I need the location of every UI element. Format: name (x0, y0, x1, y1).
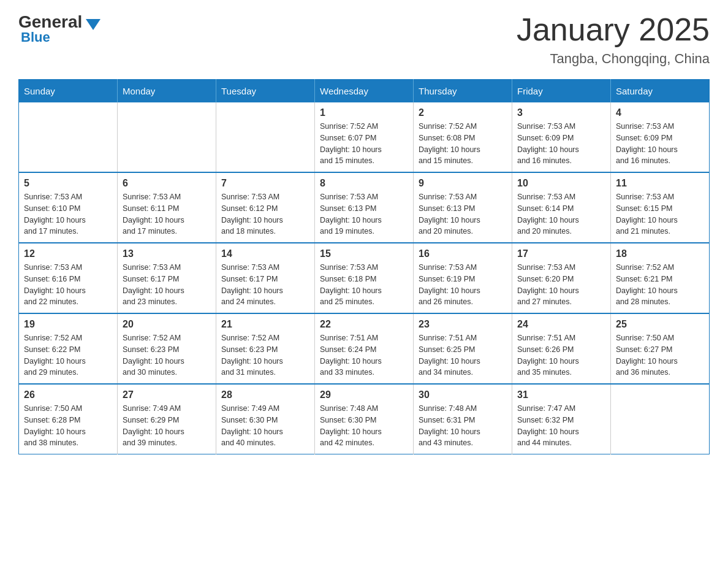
day-number: 5 (24, 178, 112, 189)
day-info: Sunrise: 7:51 AMSunset: 6:24 PMDaylight:… (320, 332, 408, 378)
calendar-day-cell: 6Sunrise: 7:53 AMSunset: 6:11 PMDaylight… (118, 172, 216, 243)
calendar-day-cell: 31Sunrise: 7:47 AMSunset: 6:32 PMDayligh… (512, 384, 611, 454)
calendar-day-cell: 3Sunrise: 7:53 AMSunset: 6:09 PMDaylight… (512, 102, 611, 172)
day-number: 24 (517, 319, 605, 330)
day-info: Sunrise: 7:53 AMSunset: 6:18 PMDaylight:… (320, 262, 408, 308)
calendar-day-cell: 16Sunrise: 7:53 AMSunset: 6:19 PMDayligh… (414, 243, 512, 313)
calendar-week-row: 5Sunrise: 7:53 AMSunset: 6:10 PMDaylight… (19, 172, 710, 243)
day-info: Sunrise: 7:53 AMSunset: 6:13 PMDaylight:… (419, 191, 507, 237)
day-info: Sunrise: 7:53 AMSunset: 6:17 PMDaylight:… (221, 262, 309, 308)
day-info: Sunrise: 7:53 AMSunset: 6:13 PMDaylight:… (320, 191, 408, 237)
day-info: Sunrise: 7:51 AMSunset: 6:25 PMDaylight:… (419, 332, 507, 378)
day-info: Sunrise: 7:49 AMSunset: 6:30 PMDaylight:… (221, 403, 309, 449)
calendar-header: SundayMondayTuesdayWednesdayThursdayFrid… (19, 80, 710, 103)
day-info: Sunrise: 7:53 AMSunset: 6:14 PMDaylight:… (517, 191, 605, 237)
day-info: Sunrise: 7:53 AMSunset: 6:11 PMDaylight:… (123, 191, 211, 237)
calendar-day-cell: 15Sunrise: 7:53 AMSunset: 6:18 PMDayligh… (315, 243, 414, 313)
day-info: Sunrise: 7:53 AMSunset: 6:10 PMDaylight:… (24, 191, 112, 237)
day-of-week-header: Sunday (19, 80, 118, 103)
day-of-week-header: Thursday (414, 80, 512, 103)
day-number: 31 (517, 389, 605, 400)
day-number: 15 (320, 248, 408, 259)
page-subtitle: Tangba, Chongqing, China (517, 51, 710, 67)
day-info: Sunrise: 7:53 AMSunset: 6:20 PMDaylight:… (517, 262, 605, 308)
day-info: Sunrise: 7:50 AMSunset: 6:27 PMDaylight:… (616, 332, 704, 378)
calendar-day-cell (118, 102, 216, 172)
calendar-day-cell (19, 102, 118, 172)
calendar-day-cell: 2Sunrise: 7:52 AMSunset: 6:08 PMDaylight… (414, 102, 512, 172)
day-number: 29 (320, 389, 408, 400)
calendar-day-cell: 8Sunrise: 7:53 AMSunset: 6:13 PMDaylight… (315, 172, 414, 243)
calendar-day-cell: 26Sunrise: 7:50 AMSunset: 6:28 PMDayligh… (19, 384, 118, 454)
calendar-day-cell: 10Sunrise: 7:53 AMSunset: 6:14 PMDayligh… (512, 172, 611, 243)
day-number: 7 (221, 178, 309, 189)
day-number: 16 (419, 248, 507, 259)
day-number: 28 (221, 389, 309, 400)
logo: General Blue (18, 12, 100, 45)
day-info: Sunrise: 7:53 AMSunset: 6:12 PMDaylight:… (221, 191, 309, 237)
day-info: Sunrise: 7:52 AMSunset: 6:21 PMDaylight:… (616, 262, 704, 308)
logo-blue-text: Blue (21, 29, 50, 45)
page-header: General Blue January 2025 Tangba, Chongq… (18, 12, 710, 67)
day-info: Sunrise: 7:48 AMSunset: 6:31 PMDaylight:… (419, 403, 507, 449)
calendar-week-row: 19Sunrise: 7:52 AMSunset: 6:22 PMDayligh… (19, 313, 710, 384)
day-number: 20 (123, 319, 211, 330)
day-info: Sunrise: 7:52 AMSunset: 6:22 PMDaylight:… (24, 332, 112, 378)
day-info: Sunrise: 7:52 AMSunset: 6:07 PMDaylight:… (320, 121, 408, 167)
calendar-day-cell: 1Sunrise: 7:52 AMSunset: 6:07 PMDaylight… (315, 102, 414, 172)
calendar-day-cell (611, 384, 710, 454)
day-number: 10 (517, 178, 605, 189)
day-info: Sunrise: 7:53 AMSunset: 6:17 PMDaylight:… (123, 262, 211, 308)
day-number: 27 (123, 389, 211, 400)
calendar-week-row: 1Sunrise: 7:52 AMSunset: 6:07 PMDaylight… (19, 102, 710, 172)
calendar-day-cell (216, 102, 315, 172)
logo-arrow-icon (86, 19, 100, 30)
day-number: 18 (616, 248, 704, 259)
day-number: 4 (616, 107, 704, 118)
day-number: 1 (320, 107, 408, 118)
calendar-day-cell: 20Sunrise: 7:52 AMSunset: 6:23 PMDayligh… (118, 313, 216, 384)
day-number: 25 (616, 319, 704, 330)
calendar-day-cell: 4Sunrise: 7:53 AMSunset: 6:09 PMDaylight… (611, 102, 710, 172)
day-number: 26 (24, 389, 112, 400)
calendar-body: 1Sunrise: 7:52 AMSunset: 6:07 PMDaylight… (19, 102, 710, 454)
day-info: Sunrise: 7:52 AMSunset: 6:23 PMDaylight:… (221, 332, 309, 378)
day-of-week-header: Monday (118, 80, 216, 103)
day-info: Sunrise: 7:52 AMSunset: 6:08 PMDaylight:… (419, 121, 507, 167)
day-number: 11 (616, 178, 704, 189)
calendar-day-cell: 21Sunrise: 7:52 AMSunset: 6:23 PMDayligh… (216, 313, 315, 384)
day-of-week-header: Tuesday (216, 80, 315, 103)
day-info: Sunrise: 7:47 AMSunset: 6:32 PMDaylight:… (517, 403, 605, 449)
day-of-week-header: Friday (512, 80, 611, 103)
day-of-week-header: Saturday (611, 80, 710, 103)
day-number: 23 (419, 319, 507, 330)
day-number: 30 (419, 389, 507, 400)
calendar-day-cell: 30Sunrise: 7:48 AMSunset: 6:31 PMDayligh… (414, 384, 512, 454)
calendar-day-cell: 11Sunrise: 7:53 AMSunset: 6:15 PMDayligh… (611, 172, 710, 243)
day-info: Sunrise: 7:53 AMSunset: 6:19 PMDaylight:… (419, 262, 507, 308)
day-number: 9 (419, 178, 507, 189)
day-number: 22 (320, 319, 408, 330)
day-info: Sunrise: 7:53 AMSunset: 6:09 PMDaylight:… (616, 121, 704, 167)
calendar-day-cell: 14Sunrise: 7:53 AMSunset: 6:17 PMDayligh… (216, 243, 315, 313)
calendar-day-cell: 22Sunrise: 7:51 AMSunset: 6:24 PMDayligh… (315, 313, 414, 384)
calendar-day-cell: 5Sunrise: 7:53 AMSunset: 6:10 PMDaylight… (19, 172, 118, 243)
days-of-week-row: SundayMondayTuesdayWednesdayThursdayFrid… (19, 80, 710, 103)
day-info: Sunrise: 7:52 AMSunset: 6:23 PMDaylight:… (123, 332, 211, 378)
calendar-table: SundayMondayTuesdayWednesdayThursdayFrid… (18, 79, 710, 454)
day-number: 6 (123, 178, 211, 189)
calendar-day-cell: 12Sunrise: 7:53 AMSunset: 6:16 PMDayligh… (19, 243, 118, 313)
day-number: 19 (24, 319, 112, 330)
day-info: Sunrise: 7:48 AMSunset: 6:30 PMDaylight:… (320, 403, 408, 449)
day-info: Sunrise: 7:51 AMSunset: 6:26 PMDaylight:… (517, 332, 605, 378)
day-number: 12 (24, 248, 112, 259)
day-of-week-header: Wednesday (315, 80, 414, 103)
day-info: Sunrise: 7:53 AMSunset: 6:15 PMDaylight:… (616, 191, 704, 237)
calendar-day-cell: 29Sunrise: 7:48 AMSunset: 6:30 PMDayligh… (315, 384, 414, 454)
calendar-day-cell: 28Sunrise: 7:49 AMSunset: 6:30 PMDayligh… (216, 384, 315, 454)
calendar-day-cell: 23Sunrise: 7:51 AMSunset: 6:25 PMDayligh… (414, 313, 512, 384)
title-section: January 2025 Tangba, Chongqing, China (517, 12, 710, 67)
day-number: 14 (221, 248, 309, 259)
calendar-day-cell: 7Sunrise: 7:53 AMSunset: 6:12 PMDaylight… (216, 172, 315, 243)
calendar-week-row: 26Sunrise: 7:50 AMSunset: 6:28 PMDayligh… (19, 384, 710, 454)
